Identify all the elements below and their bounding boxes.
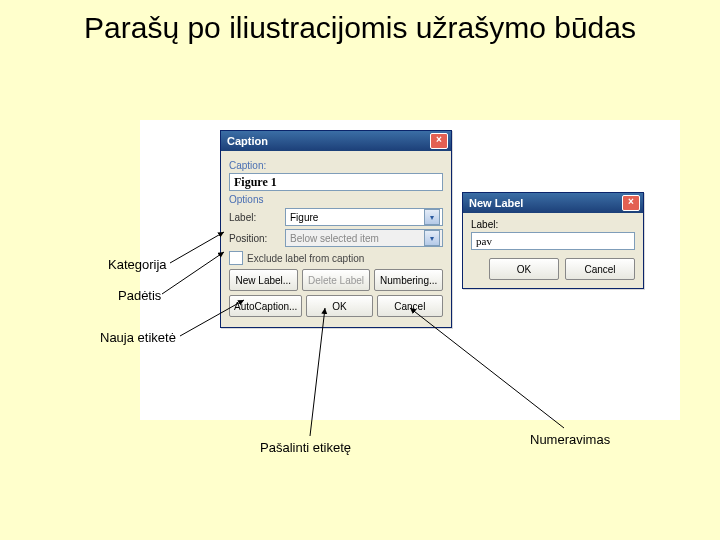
caption-input[interactable] <box>229 173 443 191</box>
slide-title: Parašų po iliustracijomis užrašymo būdas <box>0 0 720 46</box>
annotation-kategorija: Kategorija <box>108 257 167 272</box>
new-label-button[interactable]: New Label... <box>229 269 298 291</box>
label-field-label: Label: <box>229 212 279 223</box>
new-label-dialog: New Label × Label: OK Cancel <box>462 192 644 289</box>
label-combo[interactable]: Figure ▾ <box>285 208 443 226</box>
position-field-label: Position: <box>229 233 279 244</box>
annotation-padetis: Padėtis <box>118 288 161 303</box>
position-combo-value: Below selected item <box>290 233 379 244</box>
chevron-down-icon: ▾ <box>424 209 440 225</box>
exclude-checkbox-label: Exclude label from caption <box>247 253 364 264</box>
screenshot-region: Caption × Caption: Options Label: Figure… <box>140 120 680 420</box>
new-label-field-label: Label: <box>471 219 635 230</box>
caption-section-label: Caption: <box>229 160 443 171</box>
delete-label-button[interactable]: Delete Label <box>302 269 371 291</box>
new-label-dialog-titlebar: New Label × <box>463 193 643 213</box>
label-combo-value: Figure <box>290 212 318 223</box>
position-combo[interactable]: Below selected item ▾ <box>285 229 443 247</box>
chevron-down-icon: ▾ <box>424 230 440 246</box>
numbering-button[interactable]: Numbering... <box>374 269 443 291</box>
cancel-button[interactable]: Cancel <box>377 295 443 317</box>
exclude-checkbox[interactable] <box>229 251 243 265</box>
new-label-input[interactable] <box>471 232 635 250</box>
autocaption-button[interactable]: AutoCaption... <box>229 295 302 317</box>
annotation-numeravimas: Numeravimas <box>530 432 610 447</box>
new-label-cancel-button[interactable]: Cancel <box>565 258 635 280</box>
caption-dialog-title: Caption <box>227 135 268 147</box>
annotation-pasalinti: Pašalinti etiketę <box>260 440 351 455</box>
caption-dialog: Caption × Caption: Options Label: Figure… <box>220 130 452 328</box>
annotation-nauja: Nauja etiketė <box>100 330 176 345</box>
ok-button[interactable]: OK <box>306 295 372 317</box>
new-label-ok-button[interactable]: OK <box>489 258 559 280</box>
close-icon[interactable]: × <box>430 133 448 149</box>
new-label-dialog-title: New Label <box>469 197 523 209</box>
options-section-label: Options <box>229 194 443 205</box>
caption-dialog-titlebar: Caption × <box>221 131 451 151</box>
close-icon[interactable]: × <box>622 195 640 211</box>
